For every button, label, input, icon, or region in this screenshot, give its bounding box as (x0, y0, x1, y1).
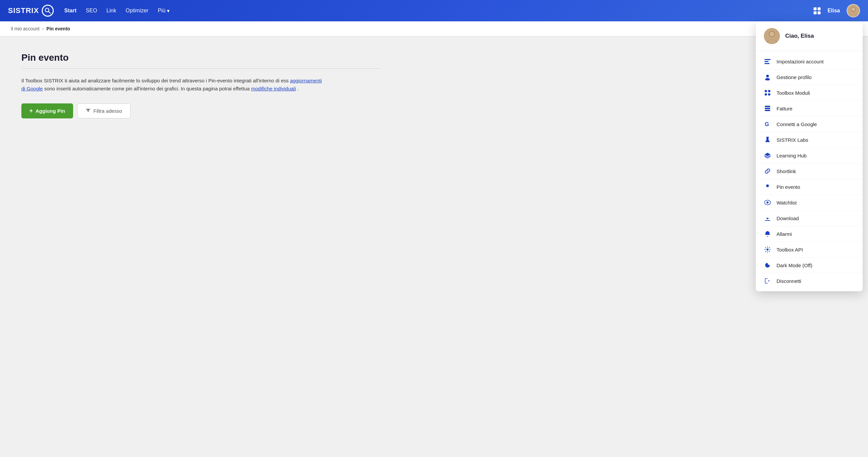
header-username[interactable]: Elisa (828, 8, 840, 14)
svg-rect-14 (765, 63, 770, 64)
svg-rect-21 (765, 106, 770, 107)
filter-button[interactable]: Filtra adesso (77, 103, 130, 119)
page-description: Il Toolbox SISTRIX ti aiuta ad analizzar… (21, 77, 322, 93)
account-settings-icon (764, 58, 771, 65)
apps-grid-icon[interactable] (814, 7, 821, 14)
invoices-icon (764, 105, 771, 112)
svg-text:G: G (765, 122, 769, 127)
connect-google-label: Connetti a Google (777, 122, 817, 127)
dropdown-items-list: Impostazioni account Gestione profilo (756, 51, 863, 134)
plus-icon: + (29, 107, 33, 115)
svg-point-16 (765, 78, 770, 80)
nav-seo[interactable]: SEO (86, 8, 97, 14)
breadcrumb-separator: › (42, 26, 44, 31)
dropdown-item-sistrix-labs[interactable]: SISTRIX Labs (756, 132, 863, 134)
nav-piu[interactable]: Più ▾ (158, 8, 169, 14)
nav-link[interactable]: Link (106, 8, 116, 14)
dropdown-item-connect-google[interactable]: G Connetti a Google (756, 117, 863, 132)
main-content: Pin evento Il Toolbox SISTRIX ti aiuta a… (0, 36, 401, 134)
chevron-down-icon: ▾ (167, 8, 169, 14)
dropdown-item-profile[interactable]: Gestione profilo (756, 69, 863, 85)
breadcrumb-parent[interactable]: Il mio account (11, 26, 39, 31)
dropdown-item-toolbox-modules[interactable]: Toolbox Moduli (756, 85, 863, 101)
invoices-label: Fatture (777, 106, 793, 111)
svg-point-20 (768, 93, 771, 96)
toolbox-modules-label: Toolbox Moduli (777, 90, 810, 96)
title-divider (21, 68, 379, 69)
main-header: SISTRIX Start SEO Link Optimizer Più ▾ E… (0, 0, 868, 21)
page-title: Pin evento (21, 53, 379, 63)
action-buttons: + Aggiung Pin Filtra adesso (21, 103, 379, 119)
dropdown-item-invoices[interactable]: Fatture (756, 101, 863, 117)
svg-point-18 (768, 90, 771, 92)
profile-label: Gestione profilo (777, 74, 812, 80)
svg-point-5 (851, 7, 855, 11)
main-nav: Start SEO Link Optimizer Più ▾ (64, 8, 814, 14)
logo-text: SISTRIX (8, 6, 39, 15)
svg-rect-13 (765, 61, 769, 62)
modules-icon (764, 89, 771, 96)
nav-optimizer[interactable]: Optimizer (126, 8, 148, 14)
breadcrumb-current: Pin evento (46, 26, 70, 31)
dropdown-header: Ciao, Elisa (756, 21, 863, 51)
svg-point-10 (770, 32, 775, 37)
svg-point-19 (765, 93, 767, 96)
profile-icon (764, 73, 771, 81)
desc-text-2: sono inseriti automaticamente come pin a… (44, 86, 249, 91)
individual-changes-link[interactable]: modifiche individuali (251, 86, 296, 91)
svg-rect-23 (765, 110, 770, 111)
filter-icon (86, 108, 91, 114)
header-right: Elisa (814, 4, 860, 18)
desc-text-3: . (297, 86, 299, 91)
svg-line-1 (49, 11, 51, 13)
svg-point-15 (766, 75, 769, 77)
desc-text-1: Il Toolbox SISTRIX ti aiuta ad analizzar… (21, 78, 289, 84)
account-settings-label: Impostazioni account (777, 59, 824, 64)
svg-point-17 (765, 90, 767, 92)
breadcrumb: Il mio account › Pin evento (0, 21, 868, 36)
logo-circle-icon (42, 5, 54, 17)
user-avatar[interactable] (847, 4, 860, 18)
dropdown-greeting: Ciao, Elisa (785, 33, 814, 39)
svg-rect-12 (765, 59, 771, 60)
user-dropdown-menu: Ciao, Elisa Impostazioni account Ge (756, 21, 863, 134)
add-pin-button[interactable]: + Aggiung Pin (21, 103, 73, 119)
nav-start[interactable]: Start (64, 8, 76, 14)
google-icon: G (764, 121, 771, 128)
svg-rect-22 (765, 108, 770, 109)
dropdown-avatar (764, 28, 780, 44)
logo[interactable]: SISTRIX (8, 5, 54, 17)
dropdown-item-account-settings[interactable]: Impostazioni account (756, 54, 863, 69)
